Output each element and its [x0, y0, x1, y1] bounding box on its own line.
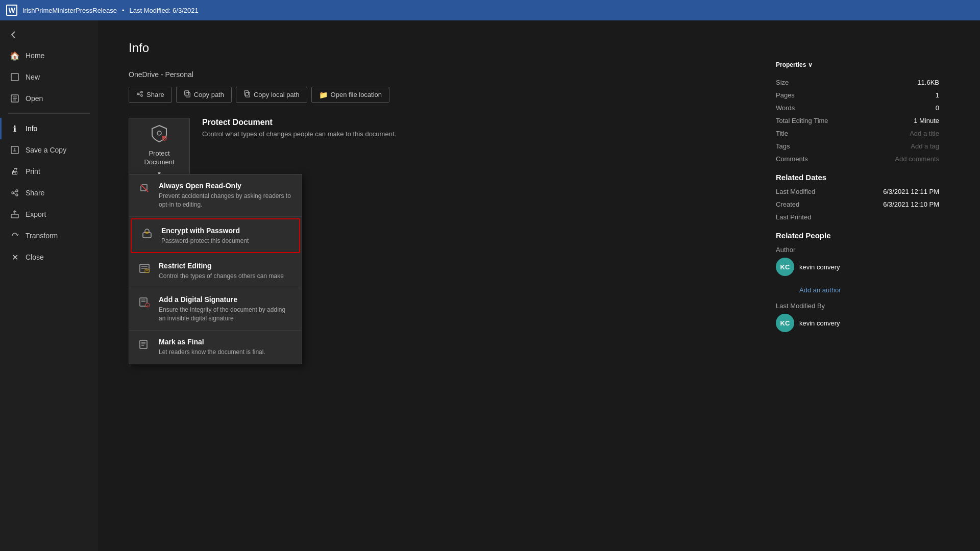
dropdown-item-always-read-only[interactable]: Always Open Read-Only Prevent accidental…	[129, 174, 302, 217]
close-icon: ✕	[10, 253, 19, 262]
svg-rect-13	[11, 214, 18, 218]
svg-line-19	[139, 94, 141, 95]
prop-row-pages: Pages 1	[776, 91, 939, 99]
new-icon	[10, 72, 19, 82]
signature-desc: Ensure the integrity of the document by …	[159, 306, 293, 323]
open-file-location-button[interactable]: 📁 Open file location	[311, 87, 389, 103]
sidebar-item-new[interactable]: New	[0, 66, 98, 88]
svg-line-11	[14, 191, 16, 192]
open-file-location-label: Open file location	[331, 91, 382, 98]
protect-text: Protect Document Control what types of c…	[202, 118, 396, 138]
sidebar-label-info: Info	[26, 124, 37, 133]
svg-point-16	[137, 93, 139, 95]
transform-icon	[10, 231, 19, 240]
svg-rect-30	[145, 232, 149, 234]
protect-title: Protect Document	[202, 118, 396, 127]
encrypt-desc: Password-protect this document	[161, 237, 249, 245]
properties-panel: Properties ∨ Size 11.6KB Pages 1 Words 0…	[776, 61, 939, 337]
sidebar-item-open[interactable]: Open	[0, 88, 98, 109]
share-btn-label: Share	[146, 91, 164, 98]
read-only-label: Always Open Read-Only	[159, 182, 293, 190]
sidebar-label-new: New	[26, 73, 40, 81]
dropdown-item-mark-final[interactable]: Mark as Final Let readers know the docum…	[129, 331, 302, 364]
related-people-header: Related People	[776, 231, 939, 240]
last-modified-by-name: kevin convery	[799, 319, 840, 327]
prop-row-title: Title Add a title	[776, 130, 939, 137]
copy-path-label: Copy path	[194, 91, 224, 98]
svg-point-24	[157, 131, 161, 135]
print-icon: 🖨	[10, 167, 19, 176]
protect-btn-label: Protect Document	[135, 149, 183, 167]
sidebar-label-export: Export	[26, 210, 46, 218]
svg-rect-0	[11, 73, 18, 81]
sidebar-item-export[interactable]: Export	[0, 204, 98, 225]
restrict-desc: Control the types of changes others can …	[159, 272, 284, 281]
sidebar-item-print[interactable]: 🖨 Print	[0, 161, 98, 182]
title-separator: •	[122, 7, 125, 14]
restrict-icon	[137, 263, 152, 277]
svg-point-15	[141, 91, 143, 93]
open-file-location-icon: 📁	[319, 91, 328, 99]
app-body: 🏠 Home New Open ℹ Info Save a Copy	[0, 20, 980, 551]
copy-path-button[interactable]: Copy path	[176, 87, 232, 103]
protect-description: Control what types of changes people can…	[202, 130, 396, 138]
author-avatar: KC	[776, 258, 794, 276]
last-modified-by-row: KC kevin convery	[776, 314, 939, 332]
dropdown-item-digital-signature[interactable]: ✔ Add a Digital Signature Ensure the int…	[129, 288, 302, 331]
open-icon	[10, 94, 19, 103]
sidebar-item-share[interactable]: Share	[0, 182, 98, 204]
dropdown-item-encrypt-password[interactable]: Encrypt with Password Password-protect t…	[131, 218, 300, 254]
protect-dropdown-menu: Always Open Read-Only Prevent accidental…	[129, 174, 302, 364]
prop-row-created: Created 6/3/2021 12:10 PM	[776, 201, 939, 208]
copy-path-icon	[184, 90, 191, 99]
svg-point-9	[12, 192, 14, 194]
sidebar-label-open: Open	[26, 94, 43, 103]
signature-label: Add a Digital Signature	[159, 295, 293, 304]
word-icon: W	[6, 5, 17, 16]
svg-rect-22	[246, 92, 250, 97]
document-name: IrishPrimeMinisterPressRelease	[22, 7, 117, 14]
copy-local-path-icon	[243, 90, 251, 99]
sidebar-item-home[interactable]: 🏠 Home	[0, 45, 98, 66]
back-button[interactable]	[0, 24, 98, 45]
prop-row-comments: Comments Add comments	[776, 155, 939, 163]
sidebar: 🏠 Home New Open ℹ Info Save a Copy	[0, 20, 98, 551]
svg-point-17	[141, 95, 143, 97]
svg-point-8	[16, 190, 18, 192]
svg-rect-42	[140, 340, 147, 348]
export-icon	[10, 210, 19, 219]
sidebar-item-close[interactable]: ✕ Close	[0, 246, 98, 268]
author-name: kevin convery	[799, 263, 840, 271]
copy-local-path-button[interactable]: Copy local path	[236, 87, 307, 103]
last-modified: Last Modified: 6/3/2021	[130, 7, 199, 14]
mark-final-label: Mark as Final	[159, 338, 265, 346]
properties-header: Properties ∨	[776, 61, 939, 68]
svg-line-12	[14, 193, 16, 194]
read-only-desc: Prevent accidental changes by asking rea…	[159, 192, 293, 209]
dropdown-item-restrict-editing[interactable]: Restrict Editing Control the types of ch…	[129, 255, 302, 288]
sidebar-label-save-copy: Save a Copy	[26, 146, 66, 154]
sidebar-item-transform[interactable]: Transform	[0, 225, 98, 246]
prop-row-size: Size 11.6KB	[776, 79, 939, 86]
svg-point-10	[16, 194, 18, 196]
home-icon: 🏠	[10, 51, 19, 60]
page-title: Info	[129, 41, 949, 55]
properties-arrow: ∨	[808, 61, 813, 68]
author-section: Author KC kevin convery	[776, 246, 939, 281]
last-modified-by-label: Last Modified By	[776, 302, 939, 310]
prop-row-words: Words 0	[776, 104, 939, 112]
signature-icon: ✔	[137, 296, 152, 310]
prop-row-editing-time: Total Editing Time 1 Minute	[776, 117, 939, 124]
svg-text:✔: ✔	[146, 304, 149, 308]
svg-line-18	[139, 92, 141, 93]
sidebar-label-transform: Transform	[26, 232, 58, 240]
main-content: Info OneDrive - Personal Share Copy path	[98, 20, 980, 551]
sidebar-item-info[interactable]: ℹ Info	[0, 118, 98, 139]
sidebar-divider	[8, 113, 90, 114]
author-row: KC kevin convery	[776, 258, 840, 276]
sidebar-item-save-copy[interactable]: Save a Copy	[0, 139, 98, 161]
add-author-link[interactable]: Add an author	[799, 286, 939, 294]
restrict-label: Restrict Editing	[159, 262, 284, 270]
share-button[interactable]: Share	[129, 87, 172, 103]
sidebar-label-close: Close	[26, 253, 44, 261]
